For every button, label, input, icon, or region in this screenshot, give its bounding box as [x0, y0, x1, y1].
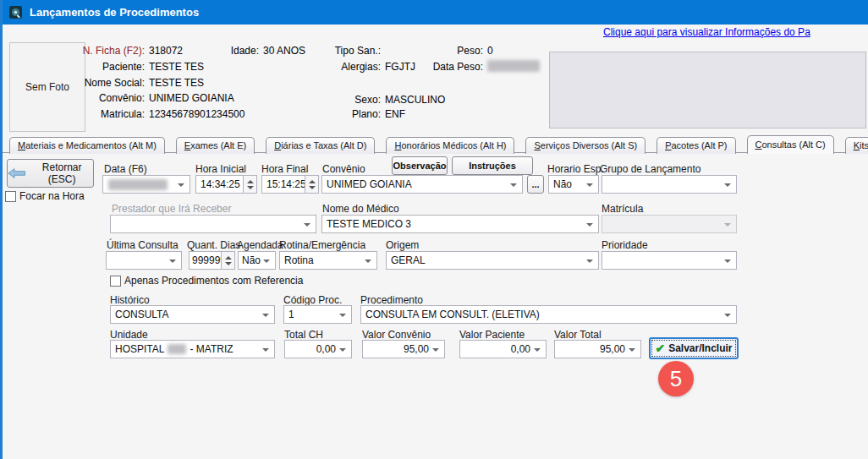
quant-dias-label: Quant. Dias — [187, 239, 240, 251]
retornar-button[interactable]: Retornar (ESC) — [7, 159, 94, 188]
total-ch-label: Total CH — [284, 329, 323, 341]
procedimento-select[interactable]: CONSULTA EM CONSULT. (ELETIVA) — [360, 305, 737, 324]
nome-medico-select[interactable]: TESTE MEDICO 3 — [321, 215, 599, 233]
alergias-label: Alergias: — [307, 61, 381, 73]
rotina-emergencia-select[interactable]: Rotina — [279, 251, 377, 270]
plano-value: ENF — [385, 108, 405, 120]
prioridade-label: Prioridade — [602, 239, 648, 251]
hora-inicial-label: Hora Inicial — [195, 163, 246, 175]
alergias-value: FGJTJ — [385, 61, 415, 73]
tipo-san-label: Tipo San.: — [307, 45, 381, 57]
notes-panel — [549, 52, 866, 128]
quant-dias-input[interactable]: 999999 — [189, 251, 235, 270]
plano-label: Plano: — [307, 108, 381, 120]
tab-honorarios-medicos-alt-h[interactable]: Honorários Médicos (Alt H) — [386, 137, 514, 154]
convenio-header-value: UNIMED GOIANIA — [149, 92, 234, 104]
retornar-label: Retornar (ESC) — [30, 161, 93, 185]
origem-value: GERAL — [391, 254, 426, 266]
historico-select[interactable]: CONSULTA — [110, 305, 275, 324]
chevron-down-icon — [724, 183, 731, 187]
ultima-consulta-select[interactable] — [106, 251, 182, 270]
unidade-value-prefix: HOSPITAL — [115, 343, 164, 355]
codigo-proc-value: 1 — [288, 309, 294, 320]
unidade-select[interactable]: HOSPITAL - MATRIZ — [110, 340, 275, 358]
grupo-lancamento-select[interactable] — [602, 175, 737, 194]
valor-total-input[interactable]: 95,00 — [554, 340, 641, 358]
convenio-label: Convênio — [322, 163, 365, 175]
chevron-down-icon — [365, 260, 371, 263]
data-select[interactable] — [102, 175, 190, 194]
prestador-select[interactable] — [110, 215, 316, 233]
valor-paciente-input[interactable]: 0,00 — [459, 340, 547, 358]
chevron-down-icon — [262, 314, 269, 317]
focar-na-hora-row: Focar na Hora — [5, 190, 85, 202]
paciente-value: TESTE TES — [149, 61, 204, 73]
idade-value: 30 ANOS — [263, 45, 305, 57]
peso-label: Peso: — [417, 45, 483, 57]
valor-paciente-label: Valor Paciente — [459, 329, 525, 341]
procedimento-value: CONSULTA EM CONSULT. (ELETIVA) — [365, 309, 540, 320]
valor-convenio-value: 95,00 — [404, 343, 429, 355]
hora-final-input[interactable]: 15:14:25 — [261, 175, 319, 194]
prestador-label: Prestador que Irá Receber — [112, 203, 231, 215]
horario-esp-value: Não — [553, 178, 572, 190]
convenio-browse-button[interactable]: ... — [527, 175, 544, 194]
data-label: Data (F6) — [104, 163, 147, 175]
total-ch-input[interactable]: 0,00 — [284, 340, 352, 358]
codigo-proc-select[interactable]: 1 — [283, 305, 352, 324]
hora-final-value: 15:14:25 — [266, 178, 306, 190]
chevron-down-icon — [510, 183, 517, 187]
matricula-header-value: 12345678901234500 — [149, 108, 244, 120]
tab-kits-alt-k[interactable]: Kits (Alt K) — [845, 137, 868, 154]
nome-medico-label: Nome do Médico — [322, 203, 399, 215]
tab-exames-alt-e[interactable]: Exames (Alt E) — [176, 137, 255, 154]
apenas-procedimentos-checkbox[interactable] — [110, 276, 121, 287]
chevron-down-icon — [586, 223, 593, 227]
hora-final-spinner[interactable] — [305, 176, 318, 193]
ficha-value: 318072 — [149, 45, 183, 57]
chevron-down-icon — [339, 314, 346, 317]
sexo-label: Sexo: — [307, 94, 381, 106]
data-peso-redacted-value — [487, 60, 540, 72]
chevron-down-icon — [339, 348, 346, 352]
peso-value: 0 — [487, 45, 493, 57]
prioridade-select[interactable] — [602, 251, 737, 270]
chevron-down-icon — [724, 223, 731, 227]
focar-na-hora-label: Focar na Hora — [19, 190, 85, 202]
rotina-emergencia-value: Rotina — [284, 254, 314, 266]
matricula-header-label: Matricula: — [28, 108, 145, 120]
chevron-down-icon — [263, 260, 270, 263]
focar-na-hora-checkbox[interactable] — [5, 191, 16, 202]
agendada-label: Agendada — [237, 239, 283, 251]
patient-info-link[interactable]: Clique aqui para visualizar Informações … — [603, 26, 810, 38]
tab-materiais-e-medicamentos-alt-m[interactable]: Materiais e Medicamentos (Alt M) — [9, 137, 165, 154]
matricula-select — [602, 215, 737, 233]
salvar-incluir-label: Salvar/Incluir — [668, 342, 732, 354]
tab-servicos-diversos-alt-s[interactable]: Serviços Diversos (Alt S) — [525, 137, 646, 154]
nome-social-label: Nome Social: — [28, 77, 145, 89]
chevron-down-icon — [262, 348, 269, 352]
agendada-value: Não — [242, 254, 261, 266]
convenio-select[interactable]: UNIMED GOIANIA — [321, 175, 523, 194]
historico-label: Histórico — [110, 294, 150, 306]
origem-select[interactable]: GERAL — [386, 251, 599, 270]
valor-convenio-label: Valor Convênio — [362, 329, 431, 341]
convenio-header-label: Convênio: — [28, 92, 145, 104]
tab-consultas-alt-c[interactable]: Consultas (Alt C) — [747, 135, 834, 154]
valor-convenio-input[interactable]: 95,00 — [362, 340, 445, 358]
agendada-select[interactable]: Não — [238, 251, 276, 270]
hora-inicial-input[interactable]: 14:34:25 — [195, 175, 257, 194]
tab-diarias-e-taxas-alt-d[interactable]: Diárias e Taxas (Alt D) — [266, 137, 375, 154]
valor-total-label: Valor Total — [554, 329, 602, 341]
instrucoes-button[interactable]: Instruções — [452, 156, 533, 175]
valor-total-value: 95,00 — [600, 343, 625, 355]
historico-value: CONSULTA — [115, 309, 169, 320]
quant-dias-spinner[interactable] — [221, 252, 234, 269]
salvar-incluir-button[interactable]: ✔ Salvar/Incluir — [649, 337, 739, 359]
tab-pacotes-alt-p[interactable]: Pacotes (Alt P) — [656, 137, 735, 154]
horario-esp-select[interactable]: Não — [548, 175, 599, 194]
hora-inicial-spinner[interactable] — [243, 176, 256, 193]
observacao-button[interactable]: Observação — [392, 156, 448, 175]
chevron-down-icon — [169, 260, 176, 263]
sexo-value: MASCULINO — [385, 94, 445, 106]
